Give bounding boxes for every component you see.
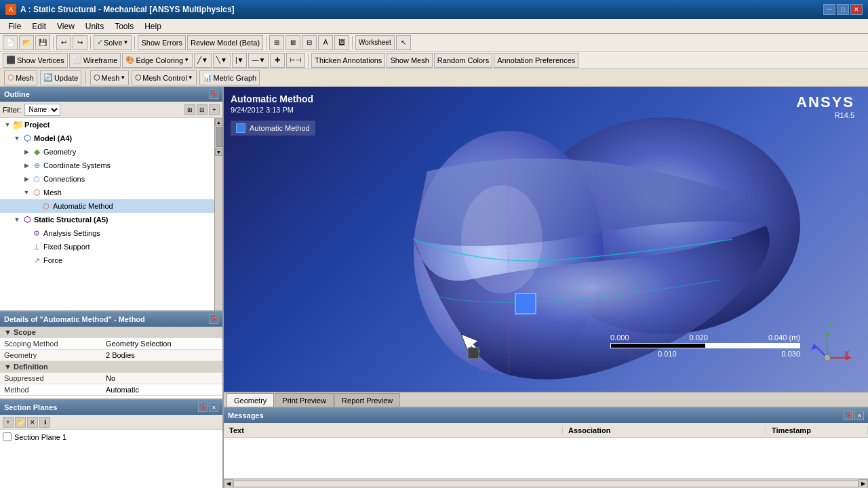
section-plane-1-item[interactable]: Section Plane 1 [3, 432, 220, 441]
tree-item-connections[interactable]: ▶ ⬡ Connections [0, 172, 214, 186]
coord-icon: ⊕ [31, 160, 42, 171]
wireframe-label: Wireframe [83, 56, 118, 64]
auto-method-label: Automatic Method [53, 202, 113, 210]
open-button[interactable]: 📂 [19, 35, 34, 50]
axis2-button[interactable]: ╲▼ [213, 53, 231, 68]
tree-item-force[interactable]: ↗ Force [0, 253, 214, 267]
maximize-button[interactable]: □ [837, 4, 849, 15]
tree-item-model[interactable]: ▼ ⬡ Model (A4) [0, 131, 214, 145]
filter-icon-btn-3[interactable]: + [209, 104, 220, 115]
viewport[interactable]: Automatic Method 9/24/2012 3:13 PM Autom… [224, 87, 868, 392]
menu-units[interactable]: Units [80, 20, 109, 33]
show-vertices-label: Show Vertices [17, 56, 64, 64]
ansys-version: R14.5 [796, 111, 854, 119]
show-vertices-button[interactable]: ⬛ Show Vertices [3, 53, 68, 68]
section-planes-close-button[interactable]: ✕ [209, 403, 218, 412]
tree-item-geometry[interactable]: ▶ ◆ Geometry [0, 145, 214, 159]
expand-connections[interactable]: ▶ [22, 174, 31, 184]
mesh-toolbar: ⬡ Mesh 🔄 Update ⬡ Mesh ▼ ⬡ Mesh Control … [0, 69, 868, 87]
project-icon: 📁 [12, 119, 23, 130]
messages-close-button[interactable]: ✕ [854, 411, 864, 420]
random-colors-button[interactable]: Random Colors [434, 53, 492, 68]
title-controls[interactable]: ─ □ ✕ [823, 4, 863, 15]
tree-item-analysis-settings[interactable]: ⚙ Analysis Settings [0, 226, 214, 240]
scrollbar-track[interactable] [233, 481, 859, 487]
tree-item-static-structural[interactable]: ▼ ⬡ Static Structural (A5) [0, 213, 214, 226]
tab-report-preview[interactable]: Report Preview [334, 393, 400, 407]
outline-pin-button[interactable]: 📌 [209, 89, 218, 99]
expand-mesh[interactable]: ▼ [22, 188, 31, 197]
scroll-down-button[interactable]: ▼ [215, 148, 223, 156]
edge-coloring-button[interactable]: 🎨 Edge Coloring ▼ [122, 53, 193, 68]
expand-model[interactable]: ▼ [12, 134, 22, 143]
section-info-button[interactable]: ℹ [39, 417, 50, 428]
tree-item-coord-systems[interactable]: ▶ ⊕ Coordinate Systems [0, 159, 214, 172]
axis1-button[interactable]: ╱▼ [194, 53, 212, 68]
tree-scroll-wrapper: ▼ 📁 Project ▼ ⬡ Model (A4) ▶ ◆ Geom [0, 118, 222, 310]
undo-button[interactable]: ↩ [56, 35, 71, 50]
expand-static[interactable]: ▼ [12, 215, 22, 224]
section-delete-button[interactable]: ✕ [27, 417, 38, 428]
details-pin-button[interactable]: 📌 [209, 314, 218, 324]
snap-button[interactable]: ✚ [270, 53, 285, 68]
new-button[interactable]: 📄 [3, 35, 18, 50]
show-mesh-button[interactable]: Show Mesh [387, 53, 432, 68]
tab-geometry[interactable]: Geometry [226, 393, 274, 407]
section-planes-pin-button[interactable]: 📌 [198, 403, 208, 412]
expand-coord[interactable]: ▶ [22, 161, 31, 170]
scroll-thumb[interactable] [216, 127, 222, 147]
icon-btn-1[interactable]: ⊞ [269, 35, 284, 50]
thicken-annotations-button[interactable]: Thicken Annotations [311, 53, 385, 68]
scroll-right-button[interactable]: ▶ [859, 479, 868, 489]
section-plane-1-checkbox[interactable] [3, 432, 12, 441]
update-button[interactable]: 🔄 Update [40, 70, 81, 85]
metric-graph-button[interactable]: 📊 Metric Graph [199, 70, 260, 85]
scroll-up-button[interactable]: ▲ [215, 118, 223, 126]
tree-scrollbar[interactable]: ▲ ▼ [214, 118, 222, 310]
tab-print-preview[interactable]: Print Preview [275, 393, 334, 407]
show-errors-button[interactable]: Show Errors [138, 35, 186, 50]
window-title: A : Static Structural - Mechanical [ANSY… [20, 5, 235, 14]
icon-btn-2[interactable]: ⊠ [285, 35, 300, 50]
worksheet-button[interactable]: Worksheet [355, 35, 395, 50]
minimize-button[interactable]: ─ [823, 4, 835, 15]
icon-btn-3[interactable]: ⊟ [302, 35, 317, 50]
expand-geometry[interactable]: ▶ [22, 147, 31, 157]
icon-btn-4[interactable]: A [318, 35, 333, 50]
redo-button[interactable]: ↪ [73, 35, 87, 50]
tree-item-mesh[interactable]: ▼ ⬡ Mesh [0, 186, 214, 199]
expand-project[interactable]: ▼ [3, 120, 12, 129]
tree-item-project[interactable]: ▼ 📁 Project [0, 118, 214, 131]
solve-button[interactable]: ✓ Solve ▼ [94, 35, 132, 50]
section-planes-controls: 📌 ✕ [198, 403, 218, 412]
annotation-prefs-button[interactable]: Annotation Preferences [494, 53, 578, 68]
mesh-control-button[interactable]: ⬡ Mesh Control ▼ [132, 70, 196, 85]
messages-pin-button[interactable]: 📌 [844, 411, 853, 420]
cursor-button[interactable]: ↖ [396, 35, 411, 50]
scroll-left-button[interactable]: ◀ [224, 479, 233, 489]
filter-select[interactable]: Name [24, 104, 60, 116]
wireframe-button[interactable]: ⬜ Wireframe [69, 53, 121, 68]
section-folder-button[interactable]: 📁 [15, 417, 26, 428]
mesh-dropdown-button[interactable]: ⬡ Mesh ▼ [90, 70, 129, 85]
menu-help[interactable]: Help [139, 20, 167, 33]
measure-button[interactable]: ⊢⊣ [286, 53, 305, 68]
review-model-button[interactable]: Review Model (Beta) [187, 35, 263, 50]
filter-icon-btn-2[interactable]: ⊟ [197, 104, 208, 115]
axis4-button[interactable]: —▼ [248, 53, 269, 68]
icon-btn-5[interactable]: 🖼 [334, 35, 349, 50]
scale-bar-area: 0.000 0.020 0.040 (m) 0.010 0.030 [610, 333, 800, 358]
axis3-button[interactable]: |▼ [232, 53, 248, 68]
tree-item-fixed-support[interactable]: ⊥ Fixed Support [0, 240, 214, 253]
close-button[interactable]: ✕ [850, 4, 863, 15]
menu-view[interactable]: View [52, 20, 80, 33]
scoping-method-row: Scoping Method Geometry Selection [0, 338, 222, 350]
filter-icon-btn-1[interactable]: ⊞ [184, 104, 195, 115]
menu-tools[interactable]: Tools [109, 20, 139, 33]
menu-file[interactable]: File [3, 20, 26, 33]
menu-edit[interactable]: Edit [26, 20, 52, 33]
tree-item-auto-method[interactable]: ⬡ Automatic Method [0, 199, 214, 213]
mesh-icon-button[interactable]: ⬡ Mesh [4, 70, 37, 85]
section-add-button[interactable]: + [3, 417, 14, 428]
save-button[interactable]: 💾 [35, 35, 50, 50]
